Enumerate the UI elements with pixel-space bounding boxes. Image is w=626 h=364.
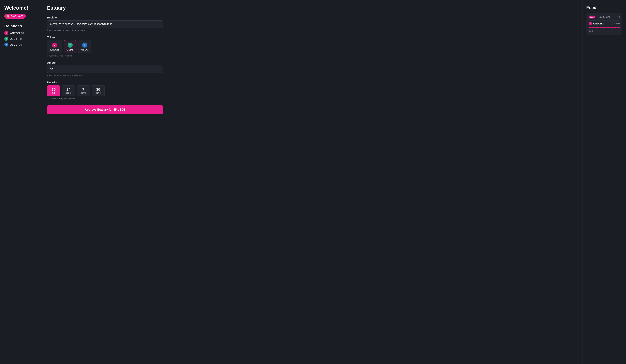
duration-7-unit: days <box>81 92 86 94</box>
wneon-label: wNEON <box>10 32 20 35</box>
recipient-hint: Enter the wallet address of the recipien… <box>47 29 163 32</box>
copy-icon: 🖨 <box>589 30 591 32</box>
duration-60-num: 60 <box>52 87 56 92</box>
feed-token-row: M wNEON 3 ⓘ ended <box>589 22 620 25</box>
wallet-address: 0x07...4658 <box>11 15 23 18</box>
feed-hash: #0 <box>618 16 620 18</box>
usdt-label: USDT <box>10 37 17 40</box>
feed-copy-count: 3 <box>592 30 593 32</box>
duration-24-num: 24 <box>67 87 71 92</box>
usdc-btn-label: USDC <box>81 48 88 51</box>
feed-title: Feed <box>586 5 622 10</box>
usdt-icon: T <box>4 37 8 41</box>
balance-item-usdc: S USDC 99 <box>4 42 35 46</box>
balance-item-wneon: M wNEON 94 <box>4 31 35 35</box>
amount-field-group: Amount Enter the amount of tokens to str… <box>47 61 163 77</box>
recipient-input[interactable] <box>47 20 163 28</box>
token-label: Token <box>47 36 163 39</box>
token-btn-usdc[interactable]: S USDC <box>78 40 91 53</box>
wneon-amount: 94 <box>21 32 24 35</box>
recipient-label: Recipient <box>47 16 163 19</box>
estuary-form: Recipient Enter the wallet address of th… <box>47 16 163 114</box>
recipient-field-group: Recipient Enter the wallet address of th… <box>47 16 163 32</box>
duration-btn-30days[interactable]: 30 days <box>92 85 105 96</box>
wneon-btn-icon: M <box>52 42 57 48</box>
amount-hint: Enter the amount of tokens to stream <box>47 74 163 77</box>
duration-24-unit: hours <box>65 92 71 94</box>
token-buttons: M wNEON T USDT S USDC <box>47 40 163 53</box>
usdc-amount: 99 <box>19 43 22 46</box>
duration-label: Duration <box>47 81 163 84</box>
duration-btn-60min[interactable]: 60 min <box>47 85 60 96</box>
duration-60-unit: min <box>52 92 55 94</box>
feed-card-header: You → 0xd8...6045 #0 <box>589 16 620 18</box>
usdt-btn-label: USDT <box>67 48 73 51</box>
usdc-icon: S <box>4 42 8 46</box>
balance-item-usdt: T USDT 200 <box>4 37 35 41</box>
usdt-amount: 200 <box>19 37 23 40</box>
duration-hint: Choose the length of the flow <box>47 97 163 100</box>
amount-label: Amount <box>47 61 163 64</box>
progress-bar-container <box>589 27 620 28</box>
duration-btn-7days[interactable]: 7 days <box>77 85 90 96</box>
wneon-icon: M <box>4 31 8 35</box>
token-btn-wneon[interactable]: M wNEON <box>47 40 62 53</box>
token-hint: Choose the token to send <box>47 55 163 57</box>
feed-panel: Feed You → 0xd8...6045 #0 M wNEON 3 ⓘ en… <box>583 0 626 364</box>
token-field-group: Token M wNEON T USDT S USDC Choose the t… <box>47 36 163 57</box>
wallet-badge[interactable]: 0x07...4658 <box>4 14 26 19</box>
feed-to-address: 0xd8...6045 <box>599 16 610 18</box>
duration-30-num: 30 <box>96 87 100 92</box>
feed-card: You → 0xd8...6045 #0 M wNEON 3 ⓘ ended 🖨… <box>586 13 622 35</box>
feed-from-to: You → 0xd8...6045 <box>589 16 610 18</box>
main-content: Estuary Recipient Enter the wallet addre… <box>40 0 583 364</box>
feed-token-info: M wNEON 3 <box>589 22 604 25</box>
duration-7-num: 7 <box>82 87 84 92</box>
duration-btn-24hours[interactable]: 24 hours <box>62 85 75 96</box>
usdt-btn-icon: T <box>68 42 73 48</box>
balances-title: Balances <box>4 24 35 29</box>
amount-input[interactable] <box>47 66 163 73</box>
feed-status: ⓘ ended <box>611 22 620 25</box>
feed-info-icon: ⓘ <box>611 22 613 25</box>
duration-field-group: Duration 60 min 24 hours 7 days 30 days <box>47 81 163 100</box>
feed-wneon-icon: M <box>589 22 592 25</box>
progress-bar-fill <box>589 27 620 28</box>
sidebar: Welcome! 0x07...4658 Balances M wNEON 94… <box>0 0 40 364</box>
token-btn-usdt[interactable]: T USDT <box>64 40 77 53</box>
usdc-btn-icon: S <box>82 42 87 48</box>
feed-token-amount: 3 <box>603 22 604 25</box>
feed-token-name: wNEON <box>593 22 602 25</box>
approve-button[interactable]: Approve Estuary for 55 USDT <box>47 105 163 114</box>
wneon-btn-label: wNEON <box>50 48 59 51</box>
duration-buttons: 60 min 24 hours 7 days 30 days <box>47 85 163 96</box>
wallet-icon <box>7 15 9 18</box>
feed-copy-row: 🖨 3 <box>589 30 620 32</box>
feed-arrow-icon: → <box>596 16 598 18</box>
feed-status-text: ended <box>614 22 620 25</box>
feed-you-badge: You <box>589 16 595 18</box>
page-title: Estuary <box>47 5 575 11</box>
duration-30-unit: days <box>96 92 101 94</box>
welcome-title: Welcome! <box>4 5 35 11</box>
usdc-label: USDC <box>10 43 18 46</box>
